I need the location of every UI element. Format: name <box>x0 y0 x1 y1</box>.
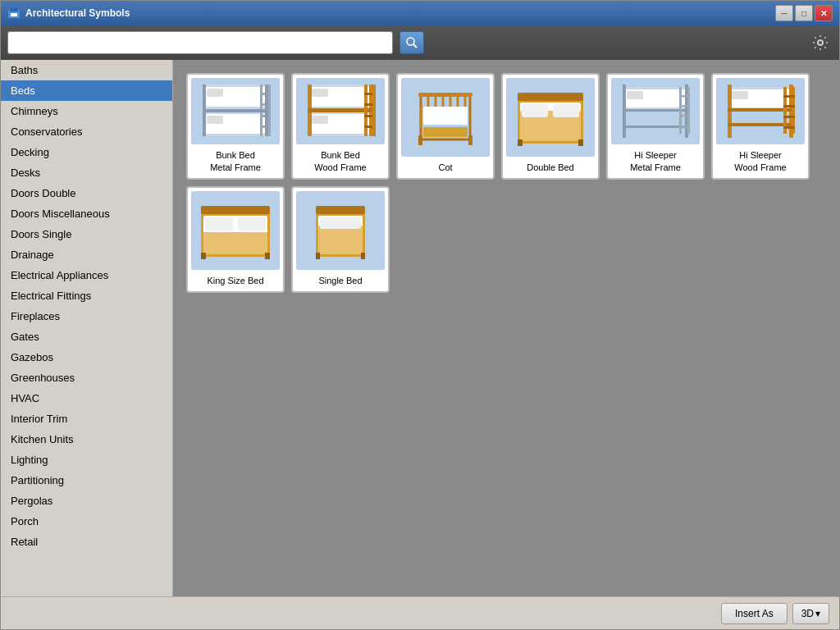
svg-rect-11 <box>207 116 223 124</box>
svg-rect-47 <box>418 135 422 145</box>
sidebar-item-kitchen-units[interactable]: Kitchen Units <box>1 429 172 450</box>
toolbar <box>1 25 839 60</box>
sidebar-item-electrical-appliances[interactable]: Electrical Appliances <box>1 265 172 285</box>
symbol-label-bunk-wood: Bunk BedWood Frame <box>314 148 366 175</box>
sidebar-item-retail[interactable]: Retail <box>1 532 172 552</box>
svg-rect-89 <box>201 253 206 259</box>
sidebar-item-desks[interactable]: Desks <box>1 162 172 183</box>
symbol-label-hi-wood: Hi SleeperWood Frame <box>734 148 786 175</box>
sidebar-item-beds[interactable]: Beds <box>1 80 172 101</box>
minimize-button[interactable]: ─ <box>775 5 793 21</box>
symbol-image-double <box>506 78 595 157</box>
search-input[interactable] <box>7 31 393 54</box>
svg-rect-17 <box>268 84 271 136</box>
svg-rect-66 <box>679 95 690 98</box>
svg-rect-53 <box>553 104 579 117</box>
sidebar-item-decking[interactable]: Decking <box>1 142 172 162</box>
svg-rect-63 <box>623 126 688 128</box>
sidebar-item-greenhouses[interactable]: Greenhouses <box>1 368 172 388</box>
svg-rect-29 <box>308 108 373 112</box>
svg-rect-35 <box>372 84 376 136</box>
sidebar-item-pergolas[interactable]: Pergolas <box>1 491 172 511</box>
symbol-double-bed[interactable]: Double Bed <box>501 73 600 180</box>
sidebar-item-drainage[interactable]: Drainage <box>1 244 172 265</box>
symbol-bunk-bed-metal[interactable]: Bunk BedMetal Frame <box>186 73 285 180</box>
sidebar-item-fireplaces[interactable]: Fireplaces <box>1 306 172 326</box>
window-title: Architectural Symbols <box>25 7 775 19</box>
close-button[interactable]: ✕ <box>815 5 833 21</box>
app-icon <box>7 7 21 20</box>
svg-rect-1 <box>10 8 18 11</box>
svg-rect-96 <box>316 253 320 259</box>
svg-rect-26 <box>312 116 328 124</box>
main-area: Baths Beds Chimneys Conservatories Decki… <box>1 60 839 596</box>
svg-rect-81 <box>783 116 795 118</box>
sidebar-item-interior-trim[interactable]: Interior Trim <box>1 409 172 429</box>
svg-rect-67 <box>679 105 690 107</box>
svg-rect-87 <box>238 217 266 231</box>
sidebar-item-lighting[interactable]: Lighting <box>1 450 172 470</box>
symbol-label-cot: Cot <box>438 160 452 175</box>
symbol-label-double: Double Bed <box>527 160 574 175</box>
svg-marker-85 <box>203 232 267 254</box>
search-button[interactable] <box>399 31 424 54</box>
svg-rect-54 <box>518 93 583 101</box>
svg-rect-69 <box>679 126 690 128</box>
sidebar-item-baths[interactable]: Baths <box>1 60 172 80</box>
svg-rect-86 <box>205 217 233 231</box>
symbol-hi-sleeper-wood[interactable]: Hi SleeperWood Frame <box>711 73 810 180</box>
svg-rect-80 <box>783 105 795 107</box>
symbol-label-hi-metal: Hi SleeperMetal Frame <box>630 148 681 175</box>
symbol-bunk-bed-wood[interactable]: Bunk BedWood Frame <box>291 73 390 180</box>
svg-rect-79 <box>783 95 795 98</box>
symbol-single-bed[interactable]: Single Bed <box>291 186 390 293</box>
svg-rect-10 <box>207 89 223 97</box>
symbol-image-king <box>191 191 280 270</box>
symbol-image-hi-metal <box>611 78 700 144</box>
svg-rect-25 <box>312 89 328 97</box>
svg-line-4 <box>413 44 417 48</box>
symbol-image-hi-wood <box>716 78 805 144</box>
symbol-cot[interactable]: Cot <box>396 73 495 180</box>
svg-rect-94 <box>320 217 361 229</box>
symbol-content-area: Bunk BedMetal Frame <box>173 60 839 596</box>
sidebar-item-gates[interactable]: Gates <box>1 326 172 347</box>
insert-as-button[interactable]: Insert As <box>721 603 788 624</box>
symbol-image-cot <box>401 78 490 157</box>
mode-button[interactable]: 3D ▾ <box>792 603 829 624</box>
svg-rect-93 <box>318 226 363 254</box>
sidebar-item-hvac[interactable]: HVAC <box>1 388 172 409</box>
sidebar-item-electrical-fittings[interactable]: Electrical Fittings <box>1 285 172 306</box>
svg-rect-38 <box>423 107 468 125</box>
category-sidebar: Baths Beds Chimneys Conservatories Decki… <box>1 60 173 596</box>
symbol-label-single: Single Bed <box>318 273 362 288</box>
symbol-label-bunk-metal: Bunk BedMetal Frame <box>210 148 261 175</box>
svg-rect-95 <box>316 206 365 214</box>
symbol-king-size-bed[interactable]: King Size Bed <box>186 186 285 293</box>
title-bar: Architectural Symbols ─ □ ✕ <box>1 1 839 25</box>
sidebar-item-chimneys[interactable]: Chimneys <box>1 101 172 121</box>
sidebar-item-gazebos[interactable]: Gazebos <box>1 347 172 368</box>
svg-rect-62 <box>623 109 688 112</box>
svg-point-3 <box>407 38 414 45</box>
settings-button[interactable] <box>808 30 833 55</box>
svg-rect-46 <box>418 93 472 97</box>
sidebar-item-partitioning[interactable]: Partitioning <box>1 470 172 491</box>
svg-rect-20 <box>265 84 268 136</box>
maximize-button[interactable]: □ <box>795 5 813 21</box>
sidebar-item-porch[interactable]: Porch <box>1 511 172 532</box>
sidebar-item-conservatories[interactable]: Conservatories <box>1 121 172 142</box>
svg-rect-90 <box>265 253 270 259</box>
sidebar-item-doors-double[interactable]: Doors Double <box>1 183 172 203</box>
window-controls: ─ □ ✕ <box>775 5 833 21</box>
svg-rect-55 <box>518 139 523 146</box>
symbol-hi-sleeper-metal[interactable]: Hi SleeperMetal Frame <box>606 73 705 180</box>
svg-rect-19 <box>203 84 206 136</box>
mode-dropdown-icon: ▾ <box>815 608 820 619</box>
sidebar-item-doors-misc[interactable]: Doors Miscellaneous <box>1 203 172 224</box>
svg-rect-82 <box>783 126 795 129</box>
svg-rect-2 <box>11 13 17 16</box>
main-window: Architectural Symbols ─ □ ✕ Baths Be <box>0 0 840 630</box>
svg-rect-30 <box>364 84 368 136</box>
sidebar-item-doors-single[interactable]: Doors Single <box>1 224 172 244</box>
